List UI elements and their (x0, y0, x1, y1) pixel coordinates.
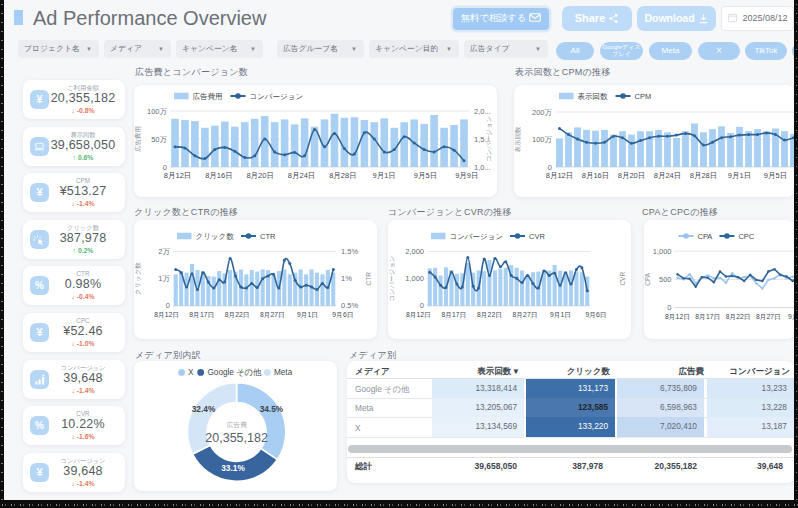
svg-text:CTR: CTR (365, 272, 372, 286)
svg-text:コンバージョン: コンバージョン (485, 116, 492, 162)
svg-text:Google その他: Google その他 (208, 368, 262, 377)
svg-text:1,000: 1,000 (653, 247, 672, 256)
svg-text:500: 500 (659, 275, 672, 284)
svg-text:CTR: CTR (260, 232, 276, 241)
svg-text:1%: 1% (341, 274, 352, 283)
svg-text:9月1日: 9月1日 (373, 171, 396, 180)
svg-text:1万: 1万 (158, 274, 170, 283)
svg-text:コンバージョン: コンバージョン (388, 255, 395, 301)
svg-text:CPA: CPA (698, 232, 713, 241)
svg-text:広告費: 広告費 (226, 421, 247, 429)
svg-text:Meta: Meta (274, 368, 293, 377)
svg-text:9月9日: 9月9日 (455, 171, 478, 180)
svg-text:100万: 100万 (532, 135, 553, 144)
svg-text:CPM: CPM (635, 92, 652, 101)
svg-text:8月28日: 8月28日 (690, 171, 718, 180)
svg-text:8月20日: 8月20日 (618, 171, 646, 180)
svg-text:表示回数: 表示回数 (514, 126, 521, 153)
svg-text:8月17日: 8月17日 (441, 311, 466, 319)
svg-text:8月24日: 8月24日 (654, 171, 682, 180)
svg-text:200万: 200万 (532, 108, 553, 117)
svg-text:表示回数: 表示回数 (578, 92, 609, 101)
svg-text:CVR: CVR (529, 232, 545, 241)
svg-text:9月5日: 9月5日 (414, 171, 437, 180)
svg-text:8月28日: 8月28日 (329, 171, 357, 180)
svg-text:8月12日: 8月12日 (406, 311, 431, 319)
svg-text:8月22日: 8月22日 (477, 311, 502, 319)
svg-text:8月12日: 8月12日 (164, 171, 192, 180)
svg-text:20,355,182: 20,355,182 (205, 431, 268, 445)
svg-text:8月27日: 8月27日 (513, 311, 538, 319)
svg-text:0: 0 (667, 303, 671, 312)
svg-text:9月5日: 9月5日 (764, 171, 787, 180)
svg-text:100万: 100万 (147, 107, 168, 116)
svg-text:1,000: 1,000 (405, 274, 424, 283)
svg-text:コンバージョン: コンバージョン (250, 92, 304, 101)
svg-text:32.4%: 32.4% (192, 404, 216, 414)
svg-text:コンバージョン: コンバージョン (450, 232, 504, 241)
svg-text:9月1日: 9月1日 (550, 311, 571, 319)
svg-text:9月6日: 9月6日 (586, 311, 607, 319)
svg-text:CPA: CPA (644, 272, 651, 286)
svg-text:8月22日: 8月22日 (726, 313, 751, 321)
svg-text:8月27日: 8月27日 (260, 311, 285, 319)
svg-text:50万: 50万 (151, 135, 167, 144)
svg-text:34.5%: 34.5% (260, 404, 284, 414)
svg-text:8月16日: 8月16日 (205, 171, 233, 180)
svg-text:8月16日: 8月16日 (582, 171, 610, 180)
svg-text:CVR: CVR (619, 272, 626, 286)
svg-text:8月22日: 8月22日 (225, 311, 250, 319)
svg-text:X: X (188, 368, 194, 377)
svg-text:広告費用: 広告費用 (134, 126, 142, 152)
svg-text:8月24日: 8月24日 (288, 171, 316, 180)
svg-text:8月12日: 8月12日 (154, 311, 179, 319)
svg-text:9月6日: 9月6日 (332, 311, 353, 319)
svg-text:8月17日: 8月17日 (189, 311, 214, 319)
svg-text:広告費用: 広告費用 (193, 92, 223, 101)
svg-text:0: 0 (420, 301, 424, 310)
svg-text:8月27日: 8月27日 (756, 313, 781, 321)
svg-text:1.5%: 1.5% (341, 247, 358, 256)
svg-text:8月12日: 8月12日 (546, 171, 574, 180)
svg-text:クリック数: クリック数 (134, 262, 141, 296)
svg-text:0.5%: 0.5% (341, 301, 358, 310)
svg-text:33.1%: 33.1% (221, 463, 245, 473)
svg-text:2万: 2万 (158, 247, 170, 256)
svg-text:8月17日: 8月17日 (695, 313, 720, 321)
svg-text:0: 0 (166, 301, 170, 310)
svg-text:8月12日: 8月12日 (665, 313, 690, 321)
svg-text:2,0...: 2,0... (474, 107, 491, 116)
svg-text:9月1日: 9月1日 (297, 311, 318, 319)
svg-text:9月1日: 9月1日 (728, 171, 751, 180)
svg-text:8月20日: 8月20日 (246, 171, 274, 180)
svg-text:クリック数: クリック数 (196, 232, 235, 241)
svg-text:2,000: 2,000 (405, 247, 424, 256)
svg-text:CPC: CPC (738, 232, 754, 241)
